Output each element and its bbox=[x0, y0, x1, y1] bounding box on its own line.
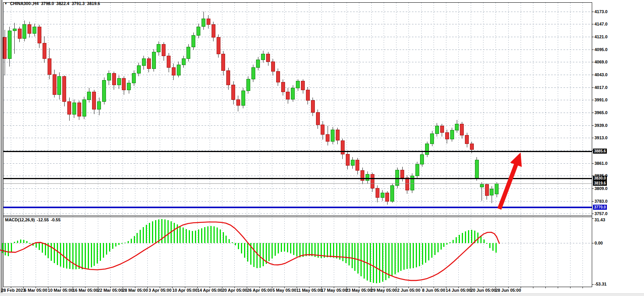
candle bbox=[63, 76, 66, 101]
candle bbox=[415, 164, 419, 176]
ohlc-high: 3822.4 bbox=[56, 1, 70, 6]
candle bbox=[23, 25, 26, 38]
date-axis-label: 14 Jun 05:00 bbox=[446, 288, 471, 293]
candle bbox=[152, 52, 155, 68]
candle bbox=[436, 126, 439, 133]
candle bbox=[182, 59, 185, 65]
annotation-arrow-shaft[interactable] bbox=[499, 163, 517, 209]
price-badge: 3885.6 bbox=[593, 149, 607, 154]
chevron-down-icon[interactable]: ▼ bbox=[4, 2, 7, 5]
trading-chart-window: ▼CHINA300-,H43798.03822.43791.33819.6 MA… bbox=[0, 0, 644, 296]
symbol-readout: ▼CHINA300-,H43798.03822.43791.33819.6 bbox=[4, 1, 100, 6]
candle bbox=[366, 175, 369, 180]
candle bbox=[271, 62, 275, 71]
candle bbox=[212, 25, 215, 38]
price-axis-label: 3809.0 bbox=[594, 186, 608, 191]
candle bbox=[72, 103, 76, 114]
candle bbox=[112, 74, 116, 85]
candle bbox=[207, 19, 210, 25]
candle bbox=[401, 170, 404, 178]
candle bbox=[281, 82, 285, 92]
price-axis-label: 4173.0 bbox=[594, 9, 608, 14]
macd-signal-line bbox=[0, 222, 499, 281]
candle bbox=[311, 101, 314, 112]
candle bbox=[177, 65, 180, 75]
candle bbox=[420, 154, 424, 164]
candle bbox=[470, 144, 473, 150]
price-axis-label: 4043.0 bbox=[594, 72, 608, 77]
candle bbox=[296, 81, 300, 88]
price-axis-label: 3861.0 bbox=[594, 161, 608, 166]
price-axis-label: 4017.0 bbox=[594, 85, 608, 90]
candle bbox=[326, 135, 330, 142]
macd-title: MACD(12,26,9) bbox=[5, 217, 35, 222]
date-axis-label: 26 Apr 05:00 bbox=[247, 288, 272, 293]
date-axis-label: 10 Mar 05:00 bbox=[48, 288, 73, 293]
candle bbox=[475, 160, 478, 178]
candle bbox=[18, 29, 21, 38]
date-axis-label: 20 Jun 05:00 bbox=[471, 288, 496, 293]
candle bbox=[202, 19, 205, 27]
candle bbox=[142, 59, 145, 66]
candle bbox=[321, 125, 325, 135]
price-axis-label: 4147.0 bbox=[594, 22, 608, 27]
candle bbox=[490, 189, 494, 195]
candle bbox=[217, 38, 220, 54]
candle bbox=[291, 88, 295, 99]
candle bbox=[82, 99, 86, 116]
candle bbox=[455, 124, 459, 130]
macd-axis-label: 0.00 bbox=[594, 241, 603, 246]
price-axis-label: 3757.0 bbox=[594, 211, 608, 216]
candle bbox=[137, 66, 140, 74]
candle bbox=[376, 188, 379, 197]
symbol-name: CHINA300-,H4 bbox=[10, 1, 39, 6]
candle bbox=[232, 85, 235, 100]
candle bbox=[266, 54, 270, 62]
candle bbox=[371, 175, 374, 188]
date-axis-label: 17 May 05:00 bbox=[321, 288, 347, 293]
candle bbox=[480, 184, 483, 187]
candle bbox=[445, 133, 449, 139]
date-axis-label: 20 Apr 05:00 bbox=[222, 288, 247, 293]
candle bbox=[197, 27, 200, 36]
candle bbox=[192, 36, 195, 47]
candle bbox=[336, 130, 339, 140]
price-axis-label: 3965.0 bbox=[594, 110, 608, 115]
date-axis-label: 29 May 05:00 bbox=[371, 288, 397, 293]
candle bbox=[346, 154, 349, 165]
candle bbox=[43, 43, 46, 59]
ohlc-close: 3819.6 bbox=[87, 1, 100, 6]
candle bbox=[391, 186, 394, 201]
candle bbox=[107, 74, 111, 80]
candle bbox=[301, 81, 305, 90]
candle bbox=[48, 59, 51, 74]
status-strip bbox=[0, 293, 644, 296]
candles bbox=[3, 12, 499, 205]
date-axis-label: 2 Jun 05:00 bbox=[397, 288, 420, 293]
date-axis-label: 6 Mar 05:00 bbox=[24, 288, 47, 293]
candle bbox=[495, 183, 499, 194]
date-axis-label: 22 Mar 05:00 bbox=[97, 288, 123, 293]
candle bbox=[102, 80, 106, 101]
macd-signal-value: -0.55 bbox=[51, 217, 60, 222]
candle bbox=[241, 91, 245, 106]
candle bbox=[8, 31, 11, 59]
candle bbox=[122, 78, 126, 90]
candle bbox=[187, 47, 190, 59]
candle bbox=[405, 178, 409, 190]
candle bbox=[127, 83, 131, 90]
price-axis-label: 4121.0 bbox=[594, 34, 608, 39]
candle bbox=[381, 193, 384, 197]
candle bbox=[386, 193, 389, 201]
candle bbox=[77, 103, 81, 116]
price-axis-label: 3991.0 bbox=[594, 98, 608, 103]
date-axis-label: 28 Feb 2023 bbox=[1, 288, 25, 293]
candle bbox=[132, 74, 136, 83]
chart-canvas[interactable] bbox=[0, 0, 644, 296]
candle bbox=[172, 68, 175, 75]
price-axis-label: 4069.0 bbox=[594, 60, 608, 65]
price-badge: 3830.0 bbox=[593, 176, 607, 181]
candle bbox=[38, 27, 41, 43]
candle bbox=[246, 79, 250, 91]
date-axis-label: 14 Apr 05:00 bbox=[197, 288, 222, 293]
